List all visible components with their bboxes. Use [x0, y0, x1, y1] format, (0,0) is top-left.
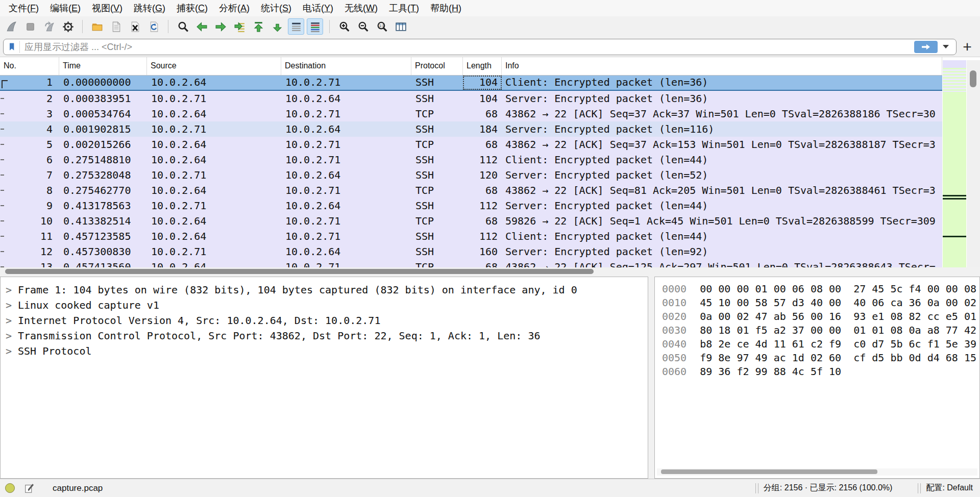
- hex-row-0010[interactable]: 001045 10 00 58 57 d3 40 00 40 06 ca 36 …: [655, 296, 979, 310]
- auto-scroll-button[interactable]: [288, 18, 304, 35]
- packet-row-9[interactable]: 90.41317856310.0.2.7110.0.2.64SSH112Serv…: [0, 198, 942, 213]
- expand-chevron-icon[interactable]: >: [6, 282, 18, 297]
- packet-details-pane: >Frame 1: 104 bytes on wire (832 bits), …: [0, 277, 648, 479]
- cell-time: 0.413178563: [59, 198, 147, 213]
- profile-indicator[interactable]: 配置: Default: [926, 483, 973, 493]
- detail-line-3[interactable]: >Internet Protocol Version 4, Src: 10.0.…: [1, 313, 648, 328]
- close-file-button[interactable]: [127, 18, 143, 35]
- hex-horizontal-scrollbar[interactable]: [657, 468, 977, 476]
- hex-row-0060[interactable]: 006089 36 f2 99 88 4c 5f 10: [655, 365, 979, 379]
- pane-splitter[interactable]: [648, 277, 654, 479]
- capture-options-button[interactable]: [60, 18, 76, 35]
- go-first-packet-button[interactable]: [250, 18, 266, 35]
- packet-row-4[interactable]: 40.00190281510.0.2.7110.0.2.64SSH184Serv…: [0, 121, 942, 137]
- edit-capture-comment-icon[interactable]: [24, 483, 35, 494]
- hex-offset: 0040: [655, 338, 687, 350]
- cell-source: 10.0.2.71: [147, 91, 281, 106]
- cell-no: 13: [0, 259, 59, 267]
- menu-view[interactable]: 视图(V): [86, 0, 128, 16]
- open-file-button[interactable]: [89, 18, 105, 35]
- packet-row-10[interactable]: 100.41338251410.0.2.6410.0.2.71TCP685982…: [0, 213, 942, 229]
- menu-edit[interactable]: 编辑(E): [44, 0, 86, 16]
- cell-length: 104: [463, 76, 502, 90]
- cell-no: 3: [0, 106, 59, 121]
- packet-row-5[interactable]: 50.00201526610.0.2.6410.0.2.71TCP6843862…: [0, 137, 942, 152]
- detail-text: Transmission Control Protocol, Src Port:…: [18, 330, 541, 342]
- column-header-time[interactable]: Time: [59, 57, 147, 75]
- detail-line-5[interactable]: >SSH Protocol: [1, 343, 648, 359]
- expand-chevron-icon[interactable]: >: [6, 343, 18, 359]
- column-header-info[interactable]: Info: [502, 57, 942, 75]
- go-back-button[interactable]: [193, 18, 210, 35]
- cell-source: 10.0.2.64: [147, 183, 281, 198]
- column-header-source[interactable]: Source: [147, 57, 281, 75]
- menu-file[interactable]: 文件(F): [3, 0, 44, 16]
- packet-row-7[interactable]: 70.27532804810.0.2.7110.0.2.64SSH120Serv…: [0, 167, 942, 183]
- filter-add-button[interactable]: +: [960, 39, 975, 55]
- menu-wireless[interactable]: 无线(W): [339, 0, 383, 16]
- cell-protocol: TCP: [411, 213, 463, 229]
- go-last-packet-button[interactable]: [269, 18, 285, 35]
- zoom-reset-button[interactable]: 1:1: [374, 18, 390, 35]
- hex-row-0030[interactable]: 003080 18 01 f5 a2 37 00 00 01 01 08 0a …: [655, 324, 979, 337]
- hex-scroll-thumb[interactable]: [661, 469, 877, 474]
- cell-no: 12: [0, 244, 59, 259]
- open-file-icon: [91, 20, 104, 33]
- go-to-packet-icon: [233, 20, 246, 33]
- horizontal-scroll-thumb[interactable]: [5, 269, 594, 274]
- cell-source: 10.0.2.71: [147, 167, 281, 183]
- packet-row-1[interactable]: 10.00000000010.0.2.6410.0.2.71SSH104Clie…: [0, 76, 942, 91]
- packet-list-vertical-scrollbar[interactable]: [967, 60, 980, 267]
- packet-row-12[interactable]: 120.45730083010.0.2.7110.0.2.64SSH160Ser…: [0, 244, 942, 259]
- find-packet-button[interactable]: [175, 18, 191, 35]
- detail-text: SSH Protocol: [18, 345, 92, 357]
- packet-row-2[interactable]: 20.00038395110.0.2.7110.0.2.64SSH104Serv…: [0, 91, 942, 106]
- detail-line-2[interactable]: >Linux cooked capture v1: [1, 297, 648, 313]
- packet-row-11[interactable]: 110.45712358510.0.2.6410.0.2.71SSH112Cli…: [0, 229, 942, 244]
- menu-analyze[interactable]: 分析(A): [213, 0, 255, 16]
- packet-row-13[interactable]: 130.45741356010.0.2.6410.0.2.71TCP684386…: [0, 259, 942, 267]
- column-header-protocol[interactable]: Protocol: [411, 57, 463, 75]
- expand-chevron-icon[interactable]: >: [6, 297, 18, 313]
- detail-line-1[interactable]: >Frame 1: 104 bytes on wire (832 bits), …: [1, 282, 648, 297]
- display-filter-input[interactable]: 应用显示过滤器 ... <Ctrl-/>: [3, 39, 957, 55]
- menu-go[interactable]: 跳转(G): [128, 0, 171, 16]
- column-header-length[interactable]: Length: [463, 57, 502, 75]
- packet-list-horizontal-scrollbar[interactable]: [0, 267, 980, 276]
- hex-row-0000[interactable]: 000000 00 00 01 00 06 08 00 27 45 5c f4 …: [655, 282, 979, 296]
- packet-row-8[interactable]: 80.27546277010.0.2.6410.0.2.71TCP6843862…: [0, 183, 942, 198]
- zoom-out-button[interactable]: [355, 18, 371, 35]
- expand-chevron-icon[interactable]: >: [6, 328, 18, 343]
- menu-telephony[interactable]: 电话(Y): [297, 0, 339, 16]
- menu-help[interactable]: 帮助(H): [425, 0, 467, 16]
- hex-bytes: f9 8e 97 49 ac 1d 02 60 cf d5 bb 0d d4 6…: [687, 352, 976, 364]
- zoom-in-button[interactable]: [336, 18, 352, 35]
- vertical-scroll-thumb[interactable]: [970, 70, 976, 87]
- go-to-packet-button[interactable]: [231, 18, 248, 35]
- filter-bookmark-icon[interactable]: [5, 41, 20, 53]
- packet-row-3[interactable]: 30.00053476410.0.2.6410.0.2.71TCP6843862…: [0, 106, 942, 121]
- hex-row-0020[interactable]: 00200a 00 02 47 ab 56 00 16 93 e1 08 82 …: [655, 310, 979, 324]
- filter-apply-button[interactable]: [914, 41, 938, 53]
- packet-list-minimap[interactable]: [943, 60, 966, 267]
- filter-dropdown-chevron-icon[interactable]: [943, 45, 949, 48]
- column-header-no[interactable]: No.: [0, 57, 59, 75]
- hex-row-0040[interactable]: 0040b8 2e ce 4d 11 61 c2 f9 c0 d7 5b 6c …: [655, 337, 979, 351]
- packet-row-6[interactable]: 60.27514881010.0.2.6410.0.2.71SSH112Clie…: [0, 152, 942, 167]
- expand-chevron-icon[interactable]: >: [6, 313, 18, 328]
- reload-file-button[interactable]: [145, 18, 162, 35]
- column-header-destination[interactable]: Destination: [281, 57, 411, 75]
- go-forward-button[interactable]: [212, 18, 229, 35]
- cell-time: 0.000383951: [59, 91, 147, 106]
- cell-destination: 10.0.2.64: [281, 244, 411, 259]
- capture-filename[interactable]: capture.pcap: [53, 483, 103, 493]
- colorize-button[interactable]: [307, 18, 323, 35]
- hex-row-0050[interactable]: 0050f9 8e 97 49 ac 1d 02 60 cf d5 bb 0d …: [655, 351, 979, 365]
- menu-statistics[interactable]: 统计(S): [255, 0, 297, 16]
- menu-tools[interactable]: 工具(T): [383, 0, 425, 16]
- menu-capture[interactable]: 捕获(C): [171, 0, 213, 16]
- expert-info-icon[interactable]: [5, 483, 15, 493]
- cell-protocol: SSH: [411, 167, 463, 183]
- detail-line-4[interactable]: >Transmission Control Protocol, Src Port…: [1, 328, 648, 343]
- resize-columns-button[interactable]: [393, 18, 409, 35]
